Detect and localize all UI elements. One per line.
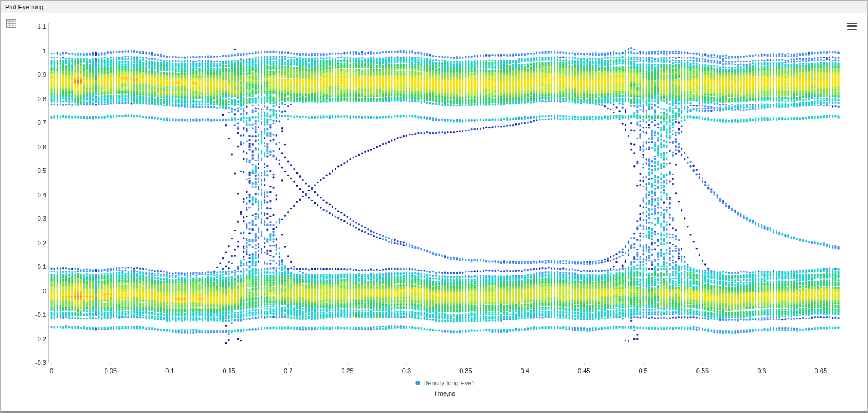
table-grid-button[interactable] bbox=[6, 18, 17, 30]
left-toolbar bbox=[1, 16, 24, 410]
plot-legend: Density-long:Eye1 bbox=[415, 379, 474, 386]
plot-menu-button[interactable] bbox=[847, 23, 857, 30]
legend-marker-dot bbox=[415, 381, 420, 385]
window-content: Density-long:Eye1 time,ns 1.110.90.80.70… bbox=[1, 13, 867, 411]
window-titlebar: Plot-Eye-long bbox=[1, 1, 867, 13]
plot-panel: Density-long:Eye1 time,ns 1.110.90.80.70… bbox=[24, 16, 866, 410]
hamburger-menu-icon bbox=[847, 29, 857, 31]
hamburger-menu-icon bbox=[847, 23, 857, 24]
table-grid-icon bbox=[6, 18, 17, 30]
eye-diagram-canvas[interactable] bbox=[24, 16, 866, 410]
window-title: Plot-Eye-long bbox=[5, 3, 43, 10]
legend-label: Density-long:Eye1 bbox=[423, 379, 474, 386]
x-axis-label: time,ns bbox=[435, 390, 455, 397]
hamburger-menu-icon bbox=[847, 25, 857, 27]
app-window: Plot-Eye-long bbox=[0, 0, 868, 413]
